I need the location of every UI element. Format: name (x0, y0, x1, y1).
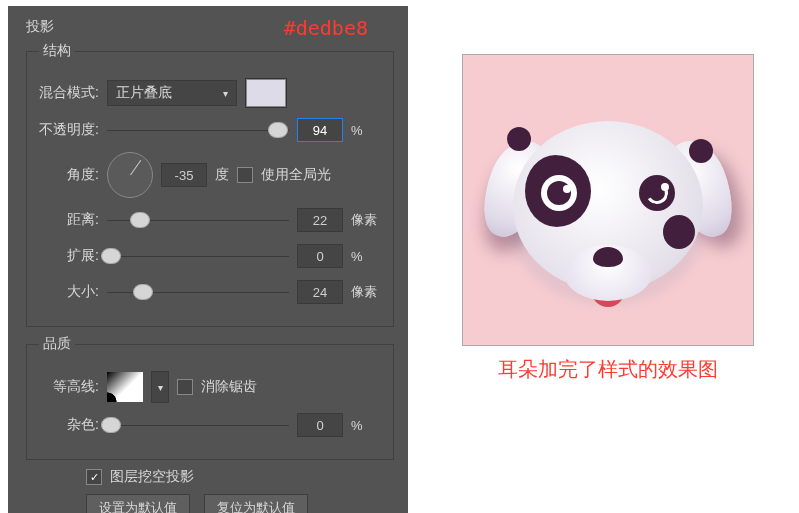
distance-label: 距离: (39, 211, 99, 229)
angle-unit: 度 (215, 166, 229, 184)
blend-mode-value: 正片叠底 (116, 84, 172, 102)
shadow-color-swatch[interactable] (245, 78, 287, 108)
make-default-button[interactable]: 设置为默认值 (86, 494, 190, 513)
chevron-down-icon: ▾ (158, 382, 163, 393)
use-global-light-checkbox[interactable] (237, 167, 253, 183)
drop-shadow-panel: 投影 #dedbe8 结构 混合模式: 正片叠底 ▾ 不透明度: 94 % 角度… (8, 6, 408, 513)
default-buttons-row: 设置为默认值 复位为默认值 (86, 494, 394, 513)
quality-legend: 品质 (39, 335, 75, 353)
opacity-input[interactable]: 94 (297, 118, 343, 142)
dog-nose (593, 247, 623, 267)
blend-mode-label: 混合模式: (39, 84, 99, 102)
color-annotation: #dedbe8 (284, 16, 368, 40)
spread-slider[interactable] (107, 242, 289, 270)
size-slider[interactable] (107, 278, 289, 306)
spread-input[interactable]: 0 (297, 244, 343, 268)
noise-label: 杂色: (39, 416, 99, 434)
knockout-checkbox[interactable] (86, 469, 102, 485)
distance-unit: 像素 (351, 211, 381, 229)
noise-row: 杂色: 0 % (39, 411, 381, 439)
reset-default-button[interactable]: 复位为默认值 (204, 494, 308, 513)
use-global-light-label: 使用全局光 (261, 166, 331, 184)
contour-preview[interactable] (107, 372, 143, 402)
angle-row: 角度: -35 度 使用全局光 (39, 152, 381, 198)
distance-slider[interactable] (107, 206, 289, 234)
slider-handle-icon[interactable] (268, 122, 288, 138)
antialias-checkbox[interactable] (177, 379, 193, 395)
dog-illustration (462, 54, 754, 346)
quality-group: 品质 等高线: ▾ 消除锯齿 杂色: 0 % (26, 335, 394, 460)
slider-handle-icon[interactable] (133, 284, 153, 300)
contour-label: 等高线: (39, 378, 99, 396)
distance-input[interactable]: 22 (297, 208, 343, 232)
knockout-row: 图层挖空投影 (86, 468, 394, 486)
slider-handle-icon[interactable] (101, 417, 121, 433)
opacity-unit: % (351, 123, 381, 138)
dog-eye-left (541, 175, 577, 211)
opacity-label: 不透明度: (39, 121, 99, 139)
blend-mode-select[interactable]: 正片叠底 ▾ (107, 80, 237, 106)
antialias-label: 消除锯齿 (201, 378, 257, 396)
spread-row: 扩展: 0 % (39, 242, 381, 270)
size-label: 大小: (39, 283, 99, 301)
dog-eye-right (639, 175, 675, 211)
blend-mode-row: 混合模式: 正片叠底 ▾ (39, 78, 381, 108)
noise-unit: % (351, 418, 381, 433)
angle-input[interactable]: -35 (161, 163, 207, 187)
knockout-label: 图层挖空投影 (110, 468, 194, 486)
slider-handle-icon[interactable] (101, 248, 121, 264)
slider-handle-icon[interactable] (130, 212, 150, 228)
size-unit: 像素 (351, 283, 381, 301)
noise-slider[interactable] (107, 411, 289, 439)
preview-caption: 耳朵加完了样式的效果图 (462, 356, 754, 383)
size-row: 大小: 24 像素 (39, 278, 381, 306)
opacity-row: 不透明度: 94 % (39, 116, 381, 144)
chevron-down-icon: ▾ (223, 88, 228, 99)
structure-group: 结构 混合模式: 正片叠底 ▾ 不透明度: 94 % 角度: -35 度 (26, 42, 394, 327)
distance-row: 距离: 22 像素 (39, 206, 381, 234)
contour-row: 等高线: ▾ 消除锯齿 (39, 371, 381, 403)
size-input[interactable]: 24 (297, 280, 343, 304)
structure-legend: 结构 (39, 42, 75, 60)
spread-unit: % (351, 249, 381, 264)
noise-input[interactable]: 0 (297, 413, 343, 437)
preview-area: 耳朵加完了样式的效果图 (462, 54, 754, 383)
angle-dial[interactable] (107, 152, 153, 198)
contour-dropdown[interactable]: ▾ (151, 371, 169, 403)
angle-label: 角度: (39, 166, 99, 184)
spread-label: 扩展: (39, 247, 99, 265)
opacity-slider[interactable] (107, 116, 289, 144)
